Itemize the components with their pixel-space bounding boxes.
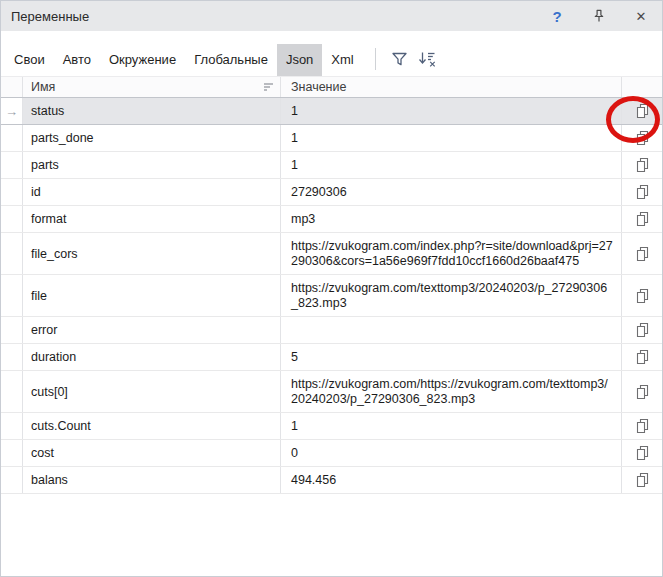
table-row[interactable]: format mp3: [1, 206, 662, 233]
row-copy-cell: [622, 413, 662, 439]
row-value-cell[interactable]: https://zvukogram.com/index.php?r=site/d…: [281, 233, 622, 274]
tab-label: Json: [286, 52, 313, 67]
help-button[interactable]: ?: [536, 3, 578, 29]
variable-value: mp3: [291, 212, 315, 226]
table-row[interactable]: id 27290306: [1, 179, 662, 206]
copy-icon: [635, 246, 650, 262]
row-name-cell[interactable]: duration: [23, 344, 281, 370]
row-name-cell[interactable]: balans: [23, 467, 281, 493]
row-name-cell[interactable]: parts: [23, 152, 281, 178]
column-header-name-label: Имя: [31, 80, 55, 94]
row-name-cell[interactable]: parts_done: [23, 125, 281, 151]
row-gutter: →: [1, 98, 23, 124]
row-value-cell[interactable]: https://zvukogram.com/https://zvukogram.…: [281, 371, 622, 412]
clear-sort-icon: [418, 51, 437, 67]
row-copy-cell: [622, 179, 662, 205]
copy-button[interactable]: [632, 443, 652, 463]
row-name-cell[interactable]: error: [23, 317, 281, 343]
variable-name: file_cors: [31, 247, 78, 262]
toolbar-separator: [375, 48, 376, 70]
table-row[interactable]: cost 0: [1, 440, 662, 467]
row-copy-cell: [622, 98, 662, 124]
table-row[interactable]: file_cors https://zvukogram.com/index.ph…: [1, 233, 662, 275]
variable-value: 1: [291, 419, 298, 433]
tab-окружение[interactable]: Окружение: [100, 44, 185, 76]
table-row[interactable]: → status 1: [1, 97, 662, 125]
copy-button[interactable]: [632, 101, 652, 121]
row-name-cell[interactable]: cost: [23, 440, 281, 466]
copy-button[interactable]: [632, 470, 652, 490]
row-name-cell[interactable]: cuts.Count: [23, 413, 281, 439]
row-value-cell[interactable]: mp3: [281, 206, 622, 232]
copy-icon: [635, 103, 650, 119]
variable-value: https://zvukogram.com/https://zvukogram.…: [291, 377, 608, 406]
column-header-value[interactable]: Значение: [281, 77, 622, 97]
copy-button[interactable]: [632, 155, 652, 175]
table-row[interactable]: cuts[0] https://zvukogram.com/https://zv…: [1, 371, 662, 413]
table-row[interactable]: duration 5: [1, 344, 662, 371]
copy-button[interactable]: [632, 209, 652, 229]
tab-xml[interactable]: Xml: [322, 44, 362, 76]
copy-icon: [635, 211, 650, 227]
variable-value: 1: [291, 104, 298, 118]
copy-button[interactable]: [632, 286, 652, 306]
table-row[interactable]: error: [1, 317, 662, 344]
copy-button[interactable]: [632, 347, 652, 367]
current-row-arrow-icon: →: [5, 104, 18, 119]
pin-button[interactable]: [578, 3, 620, 29]
row-name-cell[interactable]: status: [23, 98, 281, 124]
tab-json[interactable]: Json: [277, 44, 322, 76]
row-value-cell[interactable]: 1: [281, 152, 622, 178]
variable-name: parts: [31, 158, 59, 173]
row-value-cell[interactable]: 1: [281, 125, 622, 151]
filter-button[interactable]: [386, 45, 414, 73]
row-name-cell[interactable]: id: [23, 179, 281, 205]
row-value-cell[interactable]: 1: [281, 413, 622, 439]
row-value-cell[interactable]: 0: [281, 440, 622, 466]
row-gutter: [1, 275, 23, 316]
tab-глобальные[interactable]: Глобальные: [185, 44, 277, 76]
table-row[interactable]: balans 494.456: [1, 467, 662, 494]
tab-авто[interactable]: Авто: [54, 44, 100, 76]
row-copy-cell: [622, 317, 662, 343]
column-header-name[interactable]: Имя: [23, 77, 281, 97]
table-row[interactable]: cuts.Count 1: [1, 413, 662, 440]
variables-panel: Переменные ? ✕ Свои Авто Окружение Глоба…: [0, 0, 663, 577]
copy-icon: [635, 130, 650, 146]
copy-button[interactable]: [632, 320, 652, 340]
table-row[interactable]: parts_done 1: [1, 125, 662, 152]
row-value-cell[interactable]: 27290306: [281, 179, 622, 205]
column-sort-button[interactable]: [263, 82, 275, 92]
tab-label: Xml: [331, 52, 353, 67]
row-value-cell[interactable]: https://zvukogram.com/texttomp3/20240203…: [281, 275, 622, 316]
row-value-cell[interactable]: 5: [281, 344, 622, 370]
row-name-cell[interactable]: file_cors: [23, 233, 281, 274]
row-value-cell[interactable]: 494.456: [281, 467, 622, 493]
copy-button[interactable]: [632, 416, 652, 436]
clear-sort-button[interactable]: [414, 45, 442, 73]
copy-button[interactable]: [632, 244, 652, 264]
copy-button[interactable]: [632, 182, 652, 202]
row-name-cell[interactable]: format: [23, 206, 281, 232]
copy-button[interactable]: [632, 382, 652, 402]
row-gutter: [1, 467, 23, 493]
tab-свои[interactable]: Свои: [5, 44, 54, 76]
variable-name: cuts.Count: [31, 419, 91, 434]
variable-name: file: [31, 289, 47, 304]
row-value-cell[interactable]: 1: [281, 98, 622, 124]
table-row[interactable]: file https://zvukogram.com/texttomp3/202…: [1, 275, 662, 317]
row-gutter: [1, 317, 23, 343]
filter-funnel-icon: [391, 52, 408, 67]
copy-icon: [635, 418, 650, 434]
copy-button[interactable]: [632, 128, 652, 148]
variables-grid: → status 1 parts_done 1: [1, 97, 662, 494]
row-name-cell[interactable]: file: [23, 275, 281, 316]
row-gutter: [1, 206, 23, 232]
grid-header: Имя Значение: [1, 76, 662, 98]
variable-value: https://zvukogram.com/texttomp3/20240203…: [291, 281, 607, 310]
table-row[interactable]: parts 1: [1, 152, 662, 179]
row-value-cell[interactable]: [281, 317, 622, 343]
close-button[interactable]: ✕: [620, 3, 662, 29]
row-name-cell[interactable]: cuts[0]: [23, 371, 281, 412]
row-gutter: [1, 371, 23, 412]
